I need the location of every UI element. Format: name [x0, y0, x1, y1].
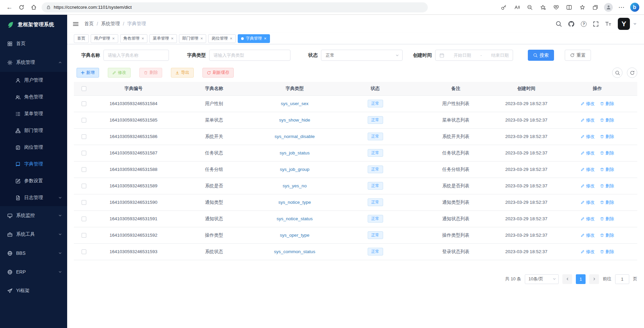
row-edit-button[interactable]: 修改 — [581, 232, 595, 238]
browser-back-button[interactable]: ← — [3, 2, 15, 13]
help-icon[interactable]: ? — [581, 21, 587, 27]
page-size-select[interactable]: 10条/页 — [525, 274, 559, 284]
row-checkbox[interactable] — [82, 101, 86, 106]
add-favorites-icon[interactable] — [537, 2, 549, 13]
sidebar-item-logs[interactable]: 日志管理 — [0, 189, 67, 206]
dict-type-link[interactable]: sys_user_sex — [281, 101, 309, 106]
dict-type-link[interactable]: sys_notice_status — [277, 216, 313, 221]
sidebar-item-monitor[interactable]: 系统监控 — [0, 206, 67, 225]
row-checkbox[interactable] — [82, 233, 86, 238]
font-size-icon[interactable] — [605, 21, 611, 27]
row-edit-button[interactable]: 修改 — [581, 183, 595, 189]
sidebar-item-posts[interactable]: 岗位管理 — [0, 139, 67, 156]
row-edit-button[interactable]: 修改 — [581, 117, 595, 123]
dict-type-link[interactable]: sys_job_status — [280, 150, 310, 155]
row-edit-button[interactable]: 修改 — [581, 216, 595, 222]
dict-type-input[interactable] — [209, 50, 290, 61]
delete-button[interactable]: 删除 — [139, 68, 162, 78]
sidebar-item-parameters[interactable]: 参数设置 — [0, 173, 67, 189]
toggle-search-button[interactable] — [612, 67, 623, 78]
key-icon[interactable] — [498, 2, 510, 13]
close-icon[interactable]: × — [142, 36, 144, 41]
dict-name-input[interactable] — [103, 50, 169, 61]
edit-button[interactable]: 修改 — [108, 68, 131, 78]
status-select[interactable]: 正常 — [321, 50, 403, 61]
sidebar-item-yi-framework[interactable]: Yi框架 — [0, 281, 67, 300]
sidebar-toggle-button[interactable] — [73, 21, 79, 27]
close-icon[interactable]: × — [171, 36, 174, 41]
close-icon[interactable]: × — [264, 36, 267, 41]
row-edit-button[interactable]: 修改 — [581, 134, 595, 140]
goto-page-input[interactable] — [615, 274, 629, 284]
tab-roles[interactable]: 角色管理× — [120, 34, 148, 43]
sidebar-item-roles[interactable]: 角色管理 — [0, 89, 67, 105]
browser-essentials-icon[interactable] — [550, 2, 562, 13]
row-edit-button[interactable]: 修改 — [581, 101, 595, 107]
tab-dictionary[interactable]: 字典管理× — [238, 34, 270, 43]
row-delete-button[interactable]: 删除 — [600, 134, 614, 140]
refresh-cache-button[interactable]: 刷新缓存 — [202, 68, 234, 78]
prev-page-button[interactable] — [562, 274, 572, 284]
row-delete-button[interactable]: 删除 — [600, 101, 614, 107]
dict-type-link[interactable]: sys_common_status — [274, 249, 315, 254]
row-checkbox[interactable] — [82, 118, 86, 123]
profile-avatar[interactable] — [602, 2, 614, 13]
refresh-table-button[interactable] — [627, 67, 637, 78]
dict-type-link[interactable]: sys_notice_type — [278, 200, 311, 205]
breadcrumb-home[interactable]: 首页 — [84, 21, 94, 27]
tab-home[interactable]: 首页 — [74, 34, 89, 43]
close-icon[interactable]: × — [200, 36, 203, 41]
row-checkbox[interactable] — [82, 134, 86, 139]
row-checkbox[interactable] — [82, 200, 86, 205]
row-edit-button[interactable]: 修改 — [581, 167, 595, 173]
row-delete-button[interactable]: 删除 — [600, 150, 614, 156]
row-checkbox[interactable] — [82, 167, 86, 172]
tab-menus[interactable]: 菜单管理× — [149, 34, 177, 43]
sidebar-item-erp[interactable]: ERP — [0, 263, 67, 281]
header-search-icon[interactable] — [556, 21, 562, 27]
export-button[interactable]: 导出 — [171, 68, 194, 78]
reset-button[interactable]: 重置 — [565, 50, 591, 61]
row-edit-button[interactable]: 修改 — [581, 150, 595, 156]
close-icon[interactable]: × — [112, 36, 115, 41]
split-screen-icon[interactable] — [563, 2, 575, 13]
row-delete-button[interactable]: 删除 — [600, 167, 614, 173]
sidebar-item-users[interactable]: 用户管理 — [0, 72, 67, 89]
dict-type-link[interactable]: sys_show_hide — [279, 118, 310, 123]
sidebar-item-home[interactable]: 首页 — [0, 34, 67, 53]
row-checkbox[interactable] — [82, 184, 86, 188]
select-all-checkbox[interactable] — [82, 86, 86, 91]
row-delete-button[interactable]: 删除 — [600, 216, 614, 222]
search-button[interactable]: 搜索 — [528, 50, 554, 61]
tab-posts[interactable]: 岗位管理× — [208, 34, 236, 43]
dict-type-link[interactable]: sys_yes_no — [283, 183, 307, 188]
favorites-icon[interactable] — [576, 2, 588, 13]
more-options-icon[interactable]: ⋯ — [615, 2, 628, 13]
user-logo-button[interactable]: Y — [618, 18, 630, 30]
row-checkbox[interactable] — [82, 151, 86, 155]
dict-type-link[interactable]: sys_oper_type — [280, 233, 310, 238]
row-delete-button[interactable]: 删除 — [600, 232, 614, 238]
row-delete-button[interactable]: 删除 — [600, 117, 614, 123]
next-page-button[interactable] — [589, 274, 599, 284]
bing-sidebar-button[interactable]: b — [629, 2, 641, 13]
read-aloud-icon[interactable] — [511, 2, 523, 13]
dict-type-link[interactable]: sys_job_group — [280, 167, 310, 172]
row-delete-button[interactable]: 删除 — [600, 183, 614, 189]
sidebar-item-menus[interactable]: 菜单管理 — [0, 105, 67, 122]
row-checkbox[interactable] — [82, 249, 86, 254]
row-checkbox[interactable] — [82, 217, 86, 221]
github-icon[interactable] — [568, 21, 574, 27]
row-edit-button[interactable]: 修改 — [581, 249, 595, 255]
close-icon[interactable]: × — [230, 36, 232, 41]
collections-icon[interactable] — [589, 2, 601, 13]
sidebar-item-system[interactable]: 系统管理 — [0, 53, 67, 72]
row-edit-button[interactable]: 修改 — [581, 199, 595, 205]
row-delete-button[interactable]: 删除 — [600, 199, 614, 205]
sidebar-item-bbs[interactable]: BBS — [0, 244, 67, 263]
breadcrumb-system[interactable]: 系统管理 — [101, 21, 120, 27]
address-bar[interactable]: https://ccnetcore.com:1101/system/dict — [42, 2, 428, 12]
date-range-picker[interactable]: 开始日期 - 结束日期 — [435, 50, 513, 61]
tab-users[interactable]: 用户管理× — [91, 34, 118, 43]
fullscreen-icon[interactable] — [593, 21, 599, 27]
